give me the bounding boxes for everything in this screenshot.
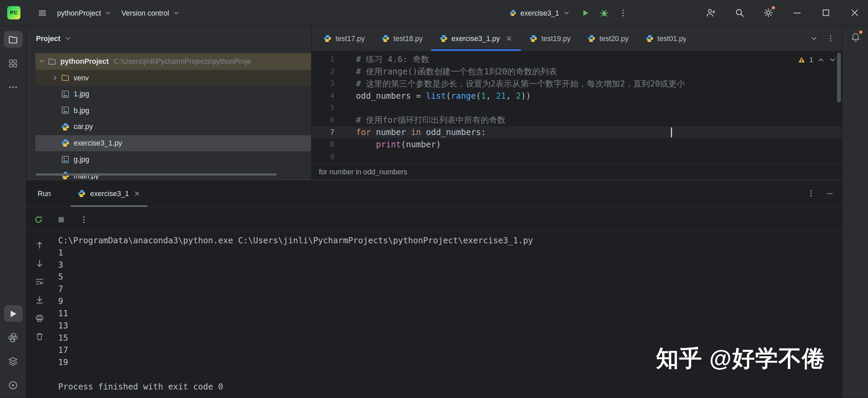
tree-item-car.py[interactable]: car.py [35,118,311,135]
code-line-5[interactable]: 5 [312,102,842,114]
folder-file-icon [61,73,70,82]
more-tool-windows-button[interactable] [4,79,23,95]
stop-button[interactable] [54,212,68,226]
next-occurrence-button[interactable] [33,258,46,269]
project-panel: Project pythonProjectC:\Users\jinli\Pych… [26,26,312,179]
tab-options-kebab-icon[interactable] [827,34,835,42]
console-line: 3 [58,259,842,271]
code-line-8[interactable]: 8 print(number) [312,138,842,151]
tree-item-1.jpg[interactable]: 1.jpg [35,86,311,102]
rerun-icon [34,215,43,224]
notifications-bell-icon[interactable] [850,32,861,43]
problems-tool-button[interactable] [4,377,23,393]
more-icon [8,82,18,92]
run-button[interactable] [577,5,593,21]
tree-item-exercise3_1.py[interactable]: exercise3_1.py [35,135,311,151]
code-text: # 练习 4.6: 奇数 [346,53,429,65]
run-options-button[interactable] [76,212,91,226]
tab-list-chevron-icon[interactable] [810,34,818,42]
tab-label: exercise3_1.py [451,34,500,42]
code-line-3[interactable]: 3# 这里的第三个参数是步长，设置为2表示从第一个数字开始，每次增加2，直到20… [312,78,842,90]
code-line-1[interactable]: 1# 练习 4.6: 奇数 [312,53,842,65]
line-number: 7 [312,126,346,138]
vcs-widget-label: Version control [121,8,169,17]
project-panel-title: Project [36,34,60,42]
python-file-icon [61,139,70,148]
settings-gear-icon[interactable] [763,8,773,18]
tab-label: test01.py [657,34,686,42]
tree-item-b.jpg[interactable]: b.jpg [35,102,311,118]
hamburger-menu-icon [38,8,47,18]
warning-triangle-icon [798,56,806,64]
hide-panel-icon[interactable] [825,189,834,198]
tree-item-label: car.py [74,122,93,131]
scroll-to-end-button[interactable] [33,294,46,305]
window-minimize-icon[interactable] [792,8,802,18]
left-tool-strip [0,26,26,398]
tree-chevron-slot[interactable] [49,74,61,81]
horizontal-scrollbar[interactable] [36,173,277,176]
line-number: 8 [312,138,346,151]
project-tool-button[interactable] [4,31,23,48]
editor[interactable]: 1# 练习 4.6: 奇数2# 使用range()函数创建一个包含1到20的奇数… [312,52,842,164]
run-tool-button[interactable] [4,305,23,322]
chevron-down-icon[interactable] [64,35,72,42]
python-file-icon [381,34,390,42]
tree-item-g.jpg[interactable]: g.jpg [35,151,311,168]
debug-button[interactable] [596,5,612,21]
soft-wrap-button[interactable] [33,276,46,287]
editor-scrollbar[interactable] [837,53,841,102]
python-file-icon [645,34,653,42]
window-maximize-icon[interactable] [821,8,831,18]
run-configuration-label: exercise3_1 [520,9,559,17]
editor-tab-exercise3_1.py[interactable]: exercise3_1.py [431,26,521,51]
editor-tab-test20.py[interactable]: test20.py [579,26,637,51]
code-line-9[interactable]: 9 [312,151,842,163]
code-line-4[interactable]: 4odd_numbers = list(range(1, 21, 2)) [312,90,842,102]
print-button[interactable] [33,312,46,324]
run-play-icon [8,308,18,319]
editor-tab-test18.py[interactable]: test18.py [373,26,431,51]
prev-problem-chevron-icon[interactable] [817,56,825,64]
breadcrumb[interactable]: for number in odd_numbers [312,164,842,179]
tree-chevron-slot[interactable] [35,58,47,65]
code-area: 1# 练习 4.6: 奇数2# 使用range()函数创建一个包含1到20的奇数… [312,53,842,163]
vcs-widget-button[interactable]: Version control [117,6,185,20]
pycharm-logo: PC [7,6,20,19]
more-run-actions-button[interactable] [614,5,631,21]
project-widget-button[interactable]: pythonProject [52,6,116,20]
code-line-6[interactable]: 6# 使用for循环打印出列表中所有的奇数 [312,114,842,126]
run-header-kebab-icon[interactable] [807,189,815,198]
prev-occurrence-button[interactable] [33,239,46,250]
editor-tab-test01.py[interactable]: test01.py [637,26,686,51]
editor-tab-test19.py[interactable]: test19.py [521,26,579,51]
search-everywhere-icon[interactable] [735,8,745,18]
python-console-tool-button[interactable] [4,329,23,346]
inspection-widget[interactable]: 1 [798,56,836,64]
window-close-icon[interactable] [850,8,860,18]
editor-tab-test17.py[interactable]: test17.py [315,26,373,51]
rerun-button[interactable] [31,212,45,226]
run-play-icon [580,8,590,18]
next-problem-chevron-icon[interactable] [829,56,836,64]
tab-close-icon[interactable] [506,35,513,42]
structure-tool-button[interactable] [4,55,23,72]
run-panel-header: Run exercise3_1 [26,180,842,207]
console-line: 13 [58,320,842,332]
run-tab[interactable]: exercise3_1 [71,180,147,207]
main-menu-button[interactable] [33,5,52,20]
tree-item-pythonProject[interactable]: pythonProjectC:\Users\jinli\PycharmProje… [35,53,311,70]
code-line-2[interactable]: 2# 使用range()函数创建一个包含1到20的奇数的列表 [312,65,842,78]
chevron-down-icon [173,9,180,16]
services-tool-button[interactable] [4,353,23,369]
python-file-icon [587,34,595,42]
chevron-down-icon [38,58,45,65]
run-tab-close-icon[interactable] [133,190,140,197]
run-configuration-selector[interactable]: exercise3_1 [505,6,575,20]
tree-item-venv[interactable]: venv [35,70,311,86]
clear-all-button[interactable] [33,331,46,342]
tab-label: test20.py [599,34,629,42]
code-line-7[interactable]: 7for number in odd_numbers: [312,126,842,138]
right-tool-strip [842,26,868,398]
code-with-me-icon[interactable] [706,8,716,18]
